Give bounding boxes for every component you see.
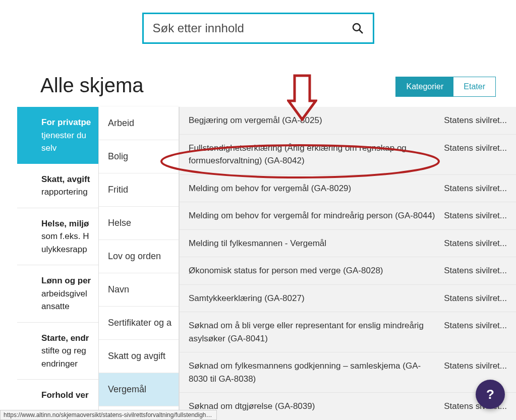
view-tabs: Kategorier Etater [395,77,496,97]
result-agency: Statens sivilret... [444,209,507,222]
search-icon[interactable] [352,22,364,34]
primary-menu-item[interactable]: Lønn og per arbeidsgivel ansatte [17,265,98,323]
result-title: Melding til fylkesmannen - Vergemål [189,237,437,250]
result-row[interactable]: Søknad om dtgjørelse (GA-8039) Statens s… [180,393,516,420]
primary-menu-item[interactable]: For privatpe tjenester du selv [17,107,98,164]
result-title: Søknad om å bli verge eller representant… [189,319,437,345]
secondary-menu-item[interactable]: Fritid [99,173,179,207]
result-title: Melding om behov for vergemål (GA-8029) [189,182,437,195]
tab-agencies[interactable]: Etater [453,77,495,96]
secondary-menu-item[interactable]: Lov og orden [99,240,179,273]
result-row[interactable]: Økonomisk status for person med verge (G… [180,257,516,285]
result-row[interactable]: Melding om behov for vergemål (GA-8029) … [180,175,516,203]
result-row[interactable]: Samtykkeerklæring (GA-8027) Statens sivi… [180,285,516,313]
result-title: Søknad om dtgjørelse (GA-8039) [189,400,437,413]
primary-menu-item[interactable]: Starte, endr stifte og reg endringer [17,323,98,380]
status-bar-url: https://www.altinn.no/skjemaoversikt/sta… [0,410,217,420]
secondary-menu-item[interactable]: Skatt og avgift [99,340,179,373]
result-agency: Statens sivilret... [444,237,507,250]
secondary-menu-item[interactable]: Arbeid [99,107,179,140]
result-agency: Statens sivilret... [444,114,507,127]
result-agency: Statens sivilret... [444,292,507,305]
result-row[interactable]: Melding til fylkesmannen - Vergemål Stat… [180,230,516,258]
result-title: Økonomisk status for person med verge (G… [189,264,437,277]
result-row[interactable]: Melding om behov for vergemål for mindre… [180,202,516,230]
result-title: Melding om behov for vergemål for mindre… [189,209,437,222]
svg-point-0 [353,24,360,31]
page-title: Alle skjema [40,74,144,97]
tab-categories[interactable]: Kategorier [396,77,453,96]
primary-menu: For privatpe tjenester du selv Skatt, av… [0,107,98,420]
result-agency: Statens sivilret... [444,142,507,155]
result-row[interactable]: Fullstendighetserklæring (Årlig erklærin… [180,135,516,175]
svg-line-1 [359,30,363,34]
secondary-menu-item[interactable]: Navn [99,273,179,307]
result-title: Samtykkeerklæring (GA-8027) [189,292,437,305]
result-agency: Statens sivilret... [444,359,507,373]
secondary-menu-item[interactable]: Helse [99,207,179,240]
result-row[interactable]: Begjæring om vergemål (GA-8025) Statens … [180,107,516,135]
result-title: Søknad om fylkesmannens godkjenning – sa… [189,359,437,385]
primary-menu-item[interactable]: Skatt, avgift rapportering [17,164,98,208]
primary-menu-item[interactable]: Helse, miljø som f.eks. H ulykkesrapp [17,208,98,266]
result-title: Begjæring om vergemål (GA-8025) [189,114,437,127]
secondary-menu-item[interactable]: Sertifikater og a [99,307,179,340]
help-button[interactable]: ? [476,380,505,409]
result-row[interactable]: Søknad om fylkesmannens godkjenning – sa… [180,352,516,393]
search-box[interactable] [142,13,374,44]
result-agency: Statens sivilret... [444,264,507,277]
secondary-menu-item[interactable]: Vergemål [99,373,179,406]
primary-menu-item[interactable]: Forhold ver [17,380,98,411]
result-title: Fullstendighetserklæring (Årlig erklærin… [189,142,437,167]
result-agency: Statens sivilret... [444,182,507,195]
secondary-menu: Arbeid Bolig Fritid Helse Lov og orden N… [98,107,179,420]
result-agency: Statens sivilret... [444,319,507,332]
search-input[interactable] [153,21,352,35]
results-panel: Begjæring om vergemål (GA-8025) Statens … [179,107,516,420]
result-row[interactable]: Søknad om å bli verge eller representant… [180,312,516,352]
secondary-menu-item[interactable]: Bolig [99,140,179,173]
